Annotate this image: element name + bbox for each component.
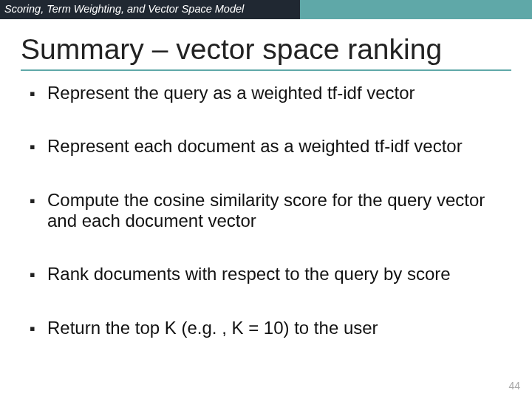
title-container: Summary – vector space ranking (21, 33, 511, 71)
list-item-text: Rank documents with respect to the query… (47, 264, 502, 284)
list-item: ▪ Compute the cosine similarity score fo… (30, 190, 502, 232)
list-item: ▪ Represent each document as a weighted … (30, 136, 502, 157)
list-item-text: Compute the cosine similarity score for … (47, 190, 502, 232)
bullet-icon: ▪ (30, 264, 47, 284)
list-item: ▪ Represent the query as a weighted tf-i… (30, 83, 502, 103)
body-content: ▪ Represent the query as a weighted tf-i… (30, 83, 502, 338)
page-title: Summary – vector space ranking (21, 33, 511, 69)
breadcrumb: Scoring, Term Weighting, and Vector Spac… (0, 0, 300, 19)
list-item: ▪ Return the top K (e.g. , K = 10) to th… (30, 318, 502, 338)
list-item-text: Return the top K (e.g. , K = 10) to the … (47, 318, 502, 338)
bullet-icon: ▪ (30, 136, 47, 157)
page-number: 44 (508, 380, 520, 392)
list-item-text: Represent each document as a weighted tf… (47, 136, 502, 157)
list-item: ▪ Rank documents with respect to the que… (30, 264, 502, 284)
bullet-icon: ▪ (30, 318, 47, 338)
list-item-text: Represent the query as a weighted tf-idf… (47, 83, 502, 103)
bullet-icon: ▪ (30, 190, 47, 211)
slide: Scoring, Term Weighting, and Vector Spac… (0, 0, 532, 399)
bullet-icon: ▪ (30, 83, 47, 103)
